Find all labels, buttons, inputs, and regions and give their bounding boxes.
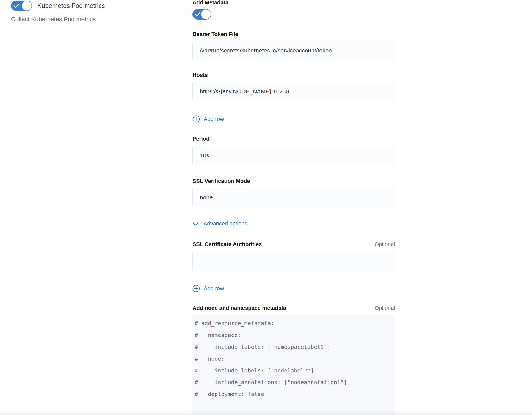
add-row-label: Add row [204,116,224,122]
advanced-options-toggle[interactable]: Advanced options [192,221,247,227]
check-icon [195,12,200,17]
period-input[interactable] [192,146,395,165]
plus-in-circle-icon [192,285,200,292]
add-row-button-ssl-ca[interactable]: Add row [192,285,224,292]
yaml-code-content: # add_resource_metadata: # namespace: # … [192,315,395,400]
integration-title: Kubernetes Pod metrics [37,2,105,10]
ssl-verification-mode-input[interactable] [192,188,395,207]
advanced-options-label: Advanced options [203,221,247,227]
bearer-token-file-label: Bearer Token File [192,31,238,37]
ssl-verification-mode-label: SSL Verification Mode [192,178,250,184]
ssl-certificate-authorities-label: SSL Certificate Authorities [192,241,262,247]
add-row-label: Add row [204,285,224,292]
chevron-down-icon [192,222,199,226]
hosts-label: Hosts [192,72,208,78]
add-metadata-toggle[interactable] [192,9,211,20]
ssl-ca-optional-badge: Optional [375,241,395,247]
toggle-knob [201,9,211,19]
plus-in-circle-icon [192,115,200,123]
node-namespace-metadata-editor[interactable]: # add_resource_metadata: # namespace: # … [192,315,395,415]
ssl-certificate-authorities-input[interactable] [192,251,395,272]
settings-form: Add Metadata Bearer Token File Hosts Add… [192,0,395,415]
hosts-input[interactable] [192,82,395,101]
kubernetes-pod-metrics-toggle[interactable] [11,1,32,11]
integration-description: Collect Kubernetes Pod metrics [11,16,96,23]
add-row-button-hosts[interactable]: Add row [192,115,224,123]
add-metadata-label: Add Metadata [192,0,228,6]
check-icon [13,3,20,9]
bearer-token-file-input[interactable] [192,41,395,60]
period-label: Period [192,136,210,142]
toggle-knob [22,1,32,11]
node-meta-optional-badge: Optional [375,305,395,311]
integration-summary-panel: Kubernetes Pod metrics Collect Kubernete… [0,0,154,82]
node-namespace-metadata-label: Add node and namespace metadata [192,305,286,311]
